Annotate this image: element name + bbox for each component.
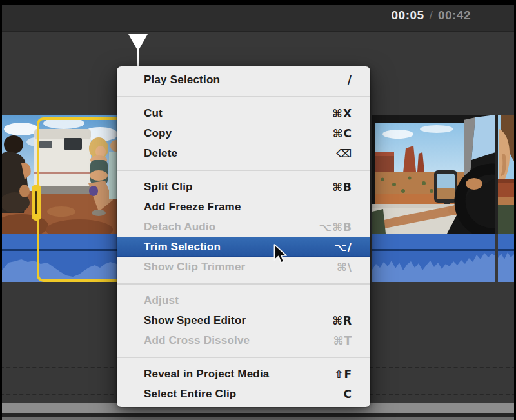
menu-item-adjust: Adjust	[117, 290, 370, 310]
window-bottom-edge	[0, 417, 516, 420]
clip-boundary	[495, 115, 498, 234]
timecode-total: 00:42	[438, 8, 471, 23]
menu-item-copy[interactable]: Copy ⌘C	[117, 123, 370, 143]
playhead[interactable]	[127, 34, 149, 68]
clip-thumbnail-face	[498, 115, 514, 282]
menu-item-show-clip-trimmer: Show Clip Trimmer ⌘\	[117, 257, 370, 277]
timecode-current: 00:05	[392, 8, 424, 23]
menu-separator	[117, 357, 370, 358]
menu-item-reveal-in-project-media[interactable]: Reveal in Project Media ⇧F	[117, 364, 370, 384]
timeline-clip-driving[interactable]	[372, 115, 495, 282]
frame-border-left	[0, 0, 2, 420]
menu-item-add-cross-dissolve: Add Cross Dissolve ⌘T	[117, 330, 370, 350]
menu-item-add-freeze-frame[interactable]: Add Freeze Frame	[117, 197, 370, 217]
menu-separator	[117, 96, 370, 97]
side-mirror-illustration	[434, 170, 457, 208]
timeline-clip-face[interactable]	[498, 115, 514, 282]
menu-item-trim-selection[interactable]: Trim Selection ⌥/	[117, 237, 370, 257]
menu-item-detach-audio: Detach Audio ⌥⌘B	[117, 217, 370, 237]
menu-item-play-selection[interactable]: Play Selection /	[117, 70, 370, 90]
timeline-bottom-edge	[0, 413, 516, 417]
trim-handle-slot	[35, 191, 37, 214]
menu-item-split-clip[interactable]: Split Clip ⌘B	[117, 177, 370, 197]
imovie-timeline-screenshot: 00:05 / 00:42	[0, 0, 516, 420]
audio-waveform-face	[498, 234, 514, 282]
menu-item-show-speed-editor[interactable]: Show Speed Editor ⌘R	[117, 310, 370, 330]
menu-item-cut[interactable]: Cut ⌘X	[117, 103, 370, 123]
menu-item-delete[interactable]: Delete ⌫	[117, 143, 370, 163]
menu-item-select-entire-clip[interactable]: Select Entire Clip C	[117, 384, 370, 404]
frame-border-top	[0, 0, 516, 5]
audio-waveform-right	[372, 234, 495, 282]
clip-thumbnail-driving	[372, 115, 495, 282]
context-menu: Play Selection / Cut ⌘X Copy ⌘C Delete ⌫…	[117, 66, 370, 407]
menu-separator	[117, 170, 370, 171]
mouse-cursor	[273, 244, 288, 264]
timecode-separator: /	[430, 8, 433, 23]
menu-separator	[117, 283, 370, 285]
trim-handle[interactable]	[32, 185, 41, 221]
